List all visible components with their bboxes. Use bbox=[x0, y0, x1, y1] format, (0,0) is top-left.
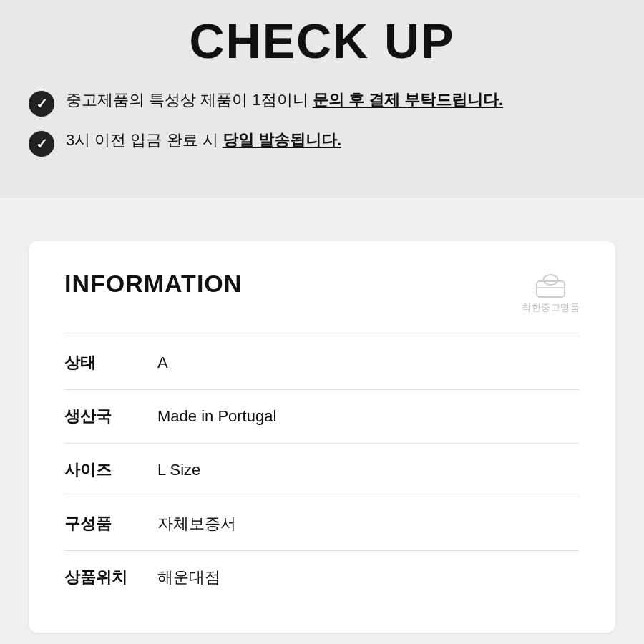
check-icon-2 bbox=[29, 131, 54, 157]
value-location: 해운대점 bbox=[157, 567, 220, 588]
value-status: A bbox=[157, 353, 168, 372]
notice-item-1: 중고제품의 특성상 제품이 1점이니 문의 후 결제 부탁드립니다. bbox=[29, 89, 615, 117]
table-row-components: 구성품 자체보증서 bbox=[64, 497, 580, 550]
label-location: 상품위치 bbox=[64, 567, 157, 588]
brand-logo-icon bbox=[531, 270, 570, 298]
notice-bold-1: 문의 후 결제 부탁드립니다. bbox=[313, 91, 503, 109]
svg-point-0 bbox=[544, 275, 558, 285]
gap-divider bbox=[0, 198, 644, 241]
value-origin: Made in Portugal bbox=[157, 407, 276, 426]
notice-text-2: 3시 이전 입금 완료 시 당일 발송됩니다. bbox=[66, 130, 341, 152]
info-card-header: INFORMATION 착한중고명품 bbox=[64, 270, 580, 314]
brand-logo: 착한중고명품 bbox=[522, 270, 580, 314]
header-section: CHECK UP 중고제품의 특성상 제품이 1점이니 문의 후 결제 부탁드립… bbox=[0, 0, 644, 198]
table-row-size: 사이즈 L Size bbox=[64, 443, 580, 497]
brand-logo-text: 착한중고명품 bbox=[522, 301, 580, 314]
label-origin: 생산국 bbox=[64, 406, 157, 427]
information-card: INFORMATION 착한중고명품 상태 A 생산국 Made in Port… bbox=[29, 241, 615, 633]
notice-text-1: 중고제품의 특성상 제품이 1점이니 문의 후 결제 부탁드립니다. bbox=[66, 89, 503, 112]
svg-rect-1 bbox=[537, 281, 565, 297]
page-title: CHECK UP bbox=[29, 14, 615, 68]
value-size: L Size bbox=[157, 461, 200, 479]
label-status: 상태 bbox=[64, 352, 157, 374]
notice-bold-2: 당일 발송됩니다. bbox=[223, 131, 341, 149]
table-row-origin: 생산국 Made in Portugal bbox=[64, 389, 580, 443]
table-row-status: 상태 A bbox=[64, 336, 580, 389]
label-size: 사이즈 bbox=[64, 459, 157, 481]
value-components: 자체보증서 bbox=[157, 513, 236, 535]
info-section-title: INFORMATION bbox=[64, 270, 242, 298]
table-row-location: 상품위치 해운대점 bbox=[64, 550, 580, 604]
info-table: 상태 A 생산국 Made in Portugal 사이즈 L Size 구성품… bbox=[64, 336, 580, 604]
check-icon-1 bbox=[29, 91, 54, 117]
notice-item-2: 3시 이전 입금 완료 시 당일 발송됩니다. bbox=[29, 130, 615, 157]
label-components: 구성품 bbox=[64, 513, 157, 535]
